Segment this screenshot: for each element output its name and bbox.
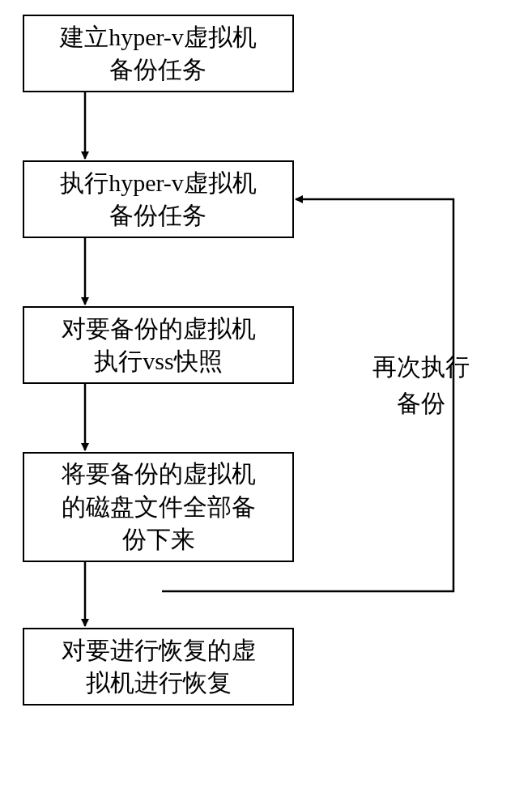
node-label: 对要进行恢复的虚拟机进行恢复 [62, 634, 256, 700]
edge-label-text: 再次执行备份 [372, 353, 470, 416]
node-label: 建立hyper-v虚拟机备份任务 [60, 21, 257, 87]
node-label: 将要备份的虚拟机的磁盘文件全部备份下来 [62, 458, 256, 556]
edge-label-loop: 再次执行备份 [348, 348, 494, 421]
flow-node-execute-task: 执行hyper-v虚拟机备份任务 [23, 160, 294, 238]
flow-node-recover: 对要进行恢复的虚拟机进行恢复 [23, 628, 294, 706]
flow-node-create-task: 建立hyper-v虚拟机备份任务 [23, 15, 294, 92]
node-label: 执行hyper-v虚拟机备份任务 [60, 167, 257, 232]
flow-node-vss-snapshot: 对要备份的虚拟机执行vss快照 [23, 306, 294, 384]
node-label: 对要备份的虚拟机执行vss快照 [62, 313, 256, 378]
flow-node-backup-disk: 将要备份的虚拟机的磁盘文件全部备份下来 [23, 452, 294, 562]
